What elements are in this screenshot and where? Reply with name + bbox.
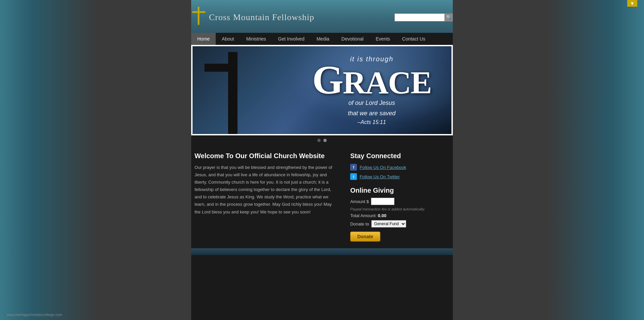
total-label: Total Amount:: [350, 213, 377, 218]
paypal-note: Paypal transaction fee is added automati…: [350, 207, 449, 211]
donate-button[interactable]: Donate: [350, 232, 380, 242]
footer: [191, 248, 453, 255]
search-input[interactable]: [394, 13, 445, 21]
search-button[interactable]: 🔍: [445, 13, 453, 21]
twitter-icon: t: [350, 173, 357, 180]
nav-home[interactable]: Home: [191, 33, 216, 45]
nav-contact-us[interactable]: Contact Us: [396, 33, 431, 45]
hero-slider: it is through GRACE of our Lord Jesus th…: [191, 45, 453, 135]
stay-connected-title: Stay Connected: [350, 152, 449, 160]
footer-url: www.heritagechristiancollege.com: [7, 313, 62, 317]
welcome-title: Welcome To Our Official Church Website: [195, 152, 333, 160]
donate-to-row: Donate to General Fund: [350, 220, 449, 228]
header: Cross Mountain Fellowship 🔍 Home About M…: [191, 0, 453, 45]
nav-ministries[interactable]: Ministries: [240, 33, 272, 45]
logo-text: Cross Mountain Fellowship: [209, 12, 314, 22]
slider-dots: [191, 135, 453, 145]
logo-cross-icon: [191, 7, 206, 28]
slider-dot-1[interactable]: [317, 139, 321, 142]
hero-text-block: it is through GRACE of our Lord Jesus th…: [312, 55, 431, 125]
nav-devotional[interactable]: Devotional: [335, 33, 370, 45]
facebook-label: Follow Us On Facebook: [360, 165, 406, 170]
hero-title: GRACE: [312, 63, 431, 97]
online-giving-title: Online Giving: [350, 187, 449, 194]
right-column: Stay Connected f Follow Us On Facebook t…: [347, 152, 453, 242]
hero-subtitle2: that we are saved: [312, 109, 431, 118]
amount-input[interactable]: [371, 198, 394, 205]
donate-fund-select[interactable]: General Fund: [371, 220, 406, 228]
header-inner: Cross Mountain Fellowship 🔍: [191, 7, 453, 33]
total-row: Total Amount: 0.00: [350, 213, 449, 218]
logo-area: Cross Mountain Fellowship: [191, 7, 314, 28]
facebook-link[interactable]: f Follow Us On Facebook: [350, 164, 449, 171]
facebook-icon: f: [350, 164, 357, 171]
twitter-link[interactable]: t Follow Us On Twitter: [350, 173, 449, 180]
welcome-body: Our prayer is that you will be blessed a…: [195, 164, 333, 216]
amount-row: Amount $: [350, 198, 449, 205]
welcome-column: Welcome To Our Official Church Website O…: [191, 152, 337, 242]
nav-media[interactable]: Media: [311, 33, 335, 45]
twitter-label: Follow Us On Twitter: [360, 174, 400, 179]
navigation: Home About Ministries Get Involved Media…: [191, 33, 453, 45]
nav-get-involved[interactable]: Get Involved: [272, 33, 311, 45]
hero-verse: –Acts 15:11: [312, 119, 431, 125]
search-area: 🔍: [394, 13, 453, 21]
nav-events[interactable]: Events: [370, 33, 396, 45]
donate-to-label: Donate to: [350, 221, 369, 227]
amount-label: Amount $: [350, 199, 369, 204]
nav-about[interactable]: About: [216, 33, 240, 45]
slider-dot-2[interactable]: [323, 139, 327, 142]
content-layer: Cross Mountain Fellowship 🔍 Home About M…: [0, 0, 644, 255]
body-section: Welcome To Our Official Church Website O…: [191, 145, 453, 248]
outer-wrapper: ▼ Cross Mountain Fellowship 🔍: [0, 0, 644, 320]
total-value: 0.00: [378, 213, 386, 218]
